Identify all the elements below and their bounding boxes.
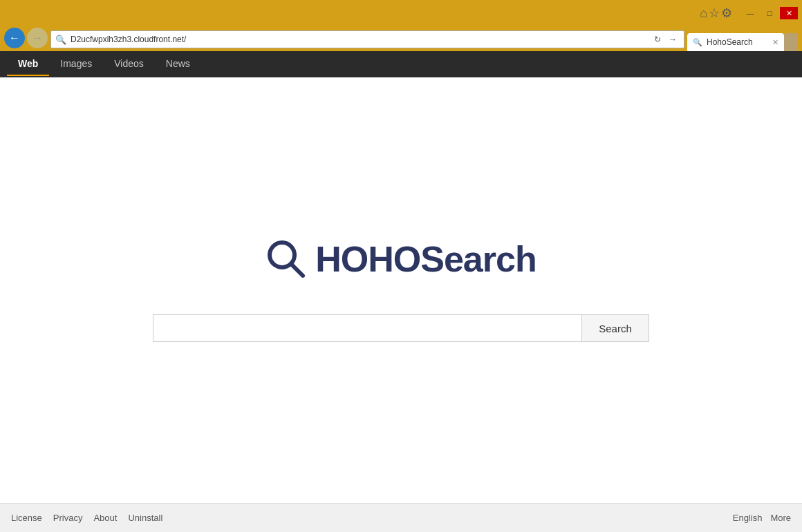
nav-tab-images[interactable]: Images [49, 53, 103, 76]
tab-search-icon: 🔍 [693, 38, 702, 47]
svg-line-1 [291, 264, 303, 276]
go-icon[interactable]: → [666, 32, 680, 46]
forward-button[interactable]: → [27, 28, 48, 48]
search-row: Search [153, 314, 649, 342]
address-text: D2ucfwpxlh3zh3.cloudfront.net/ [71, 35, 651, 44]
close-button[interactable]: ✕ [780, 7, 798, 19]
browser-window: ⌂ ☆ ⚙ — □ ✕ ← → 🔍 D2ucfwpxlh3zh3.cloudfr… [0, 0, 802, 532]
nav-tab-videos[interactable]: Videos [103, 53, 155, 76]
logo-container: HOHOSearch [265, 238, 536, 280]
search-button[interactable]: Search [581, 314, 649, 342]
footer-link-privacy[interactable]: Privacy [53, 513, 83, 523]
footer-language: English [733, 513, 763, 523]
nav-tabs-bar: Web Images Videos News [0, 51, 802, 77]
back-button[interactable]: ← [4, 28, 25, 48]
new-tab-area[interactable] [784, 33, 798, 51]
search-input[interactable] [153, 314, 581, 342]
tab-label: HohoSearch [707, 37, 753, 47]
address-bar[interactable]: 🔍 D2ucfwpxlh3zh3.cloudfront.net/ ↻ → [50, 30, 684, 48]
footer-link-about[interactable]: About [93, 513, 117, 523]
active-tab[interactable]: 🔍 HohoSearch ✕ [687, 33, 784, 51]
main-content: HOHOSearch Search [0, 77, 802, 503]
settings-icon[interactable]: ⚙ [721, 6, 732, 21]
address-magnify-icon: 🔍 [55, 35, 66, 45]
logo-text: HOHOSearch [315, 238, 536, 280]
window-controls-row: ⌂ ☆ ⚙ — □ ✕ [4, 3, 798, 23]
nav-tab-web[interactable]: Web [7, 53, 49, 76]
refresh-icon[interactable]: ↻ [651, 32, 664, 46]
home-icon[interactable]: ⌂ [700, 6, 707, 21]
footer-link-uninstall[interactable]: Uninstall [128, 513, 162, 523]
footer-link-license[interactable]: License [11, 513, 42, 523]
nav-tab-news[interactable]: News [155, 53, 201, 76]
footer: License Privacy About Uninstall English … [0, 503, 802, 532]
logo-icon [265, 238, 307, 280]
tab-close-icon[interactable]: ✕ [772, 38, 778, 47]
footer-right: English More [733, 513, 791, 523]
maximize-button[interactable]: □ [761, 7, 778, 19]
footer-links: License Privacy About Uninstall [11, 513, 162, 523]
minimize-button[interactable]: — [741, 7, 759, 19]
favorites-icon[interactable]: ☆ [709, 6, 720, 21]
footer-more[interactable]: More [770, 513, 791, 523]
chrome-area: ⌂ ☆ ⚙ — □ ✕ ← → 🔍 D2ucfwpxlh3zh3.cloudfr… [0, 0, 802, 51]
